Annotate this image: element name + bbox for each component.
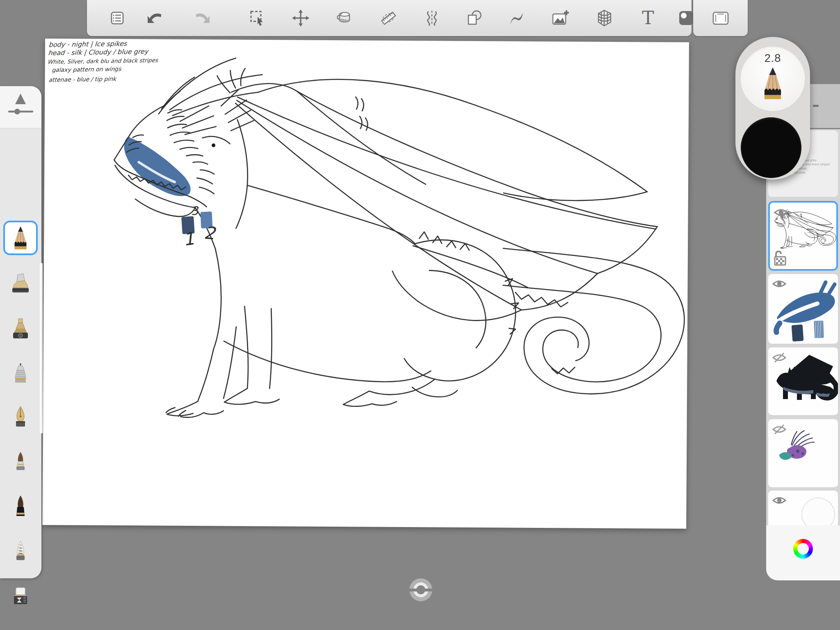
visibility-eye-icon[interactable] [774, 206, 788, 219]
paint-snout [124, 137, 191, 196]
note-line: head - silk | Cloudy / blue grey [48, 47, 188, 57]
swatch-label-2: 2 [203, 223, 217, 244]
transparency-lock-icon[interactable] [774, 250, 787, 266]
pencil-icon [759, 66, 786, 101]
color-wheel-icon[interactable] [793, 539, 813, 559]
pencil-icon [11, 226, 30, 250]
layer-reference-dragon-head[interactable] [768, 419, 838, 487]
add-image-icon[interactable] [551, 9, 569, 27]
layer-color-test-paint[interactable] [768, 274, 838, 344]
layer-thumbnail [768, 491, 838, 525]
tool-airbrush[interactable] [9, 317, 32, 341]
sidebar-scrollbar[interactable] [40, 263, 43, 434]
redo-icon [193, 9, 211, 27]
layer-thumbnail [768, 347, 838, 415]
brush-size-value: 2.8 [741, 52, 804, 65]
undo-icon[interactable] [146, 9, 164, 27]
ballpoint-pen-icon [11, 363, 30, 386]
tool-fountain-pen[interactable] [9, 405, 32, 429]
canvas-frame-icon[interactable] [712, 9, 730, 27]
selection-icon[interactable] [249, 9, 267, 27]
rotate-gap [408, 589, 434, 591]
menu-icon[interactable] [108, 9, 126, 27]
layers-panel: body - night | Ice spikes head - silk | … [766, 129, 840, 580]
tool-blending-stump[interactable] [9, 539, 32, 564]
size-opacity-slider-icon [0, 86, 41, 128]
layer-reference-black-dragon[interactable] [768, 347, 838, 415]
tool-chisel-marker[interactable] [9, 272, 32, 296]
chisel-marker-icon [11, 272, 30, 295]
color-wheel-hole [797, 543, 809, 555]
symmetry-icon[interactable] [423, 9, 441, 27]
brush-size-puck[interactable]: 2.8 [741, 47, 805, 111]
brush-puck[interactable]: 2.8 [735, 37, 810, 180]
layer-background[interactable] [768, 491, 838, 525]
brush-settings-button[interactable] [0, 86, 41, 128]
note-line: galaxy pattern on wings [52, 64, 187, 73]
perspective-icon[interactable] [595, 9, 613, 27]
main-toolbar: T [87, 0, 692, 36]
secondary-toolbar [693, 0, 748, 36]
shapes-icon[interactable] [466, 9, 484, 27]
tool-round-brush[interactable] [9, 450, 32, 475]
tool-ink-brush[interactable] [9, 494, 32, 518]
note-line: White, Silver, dark blu and black stripe… [47, 56, 187, 65]
tool-flat-eraser[interactable] [9, 584, 32, 609]
stroke-icon[interactable] [508, 9, 526, 27]
swatch-label-3: 3 [190, 204, 200, 218]
brush-sidebar [0, 86, 41, 578]
flat-eraser-icon [11, 585, 30, 608]
ruler-icon[interactable] [379, 9, 397, 27]
layers-panel-footer [766, 525, 840, 580]
fill-icon[interactable] [336, 9, 354, 27]
color-dot-icon[interactable] [677, 9, 695, 27]
text-tool-glyph: T [642, 9, 654, 27]
fountain-pen-icon [11, 406, 30, 429]
color-puck[interactable] [741, 117, 801, 178]
tool-pencil[interactable] [3, 221, 38, 255]
tool-ballpoint-pen[interactable] [9, 362, 32, 386]
ink-brush-icon [11, 495, 30, 518]
layer-thumbnail [768, 419, 838, 487]
text-tool-icon[interactable]: T [639, 9, 657, 27]
layer-thumbnail [768, 274, 838, 344]
transform-move-icon[interactable] [292, 9, 310, 27]
blending-stump-icon [11, 540, 30, 563]
handwritten-notes: body - night | Ice spikes head - silk | … [46, 39, 188, 83]
drawing-canvas[interactable]: 1 2 3 body - night | Ice spikes head - s… [42, 39, 689, 529]
layer-dragon-line-art[interactable] [768, 201, 838, 271]
canvas-rotate-control[interactable] [409, 578, 432, 601]
round-brush-icon [11, 451, 30, 474]
airbrush-icon [11, 317, 30, 340]
